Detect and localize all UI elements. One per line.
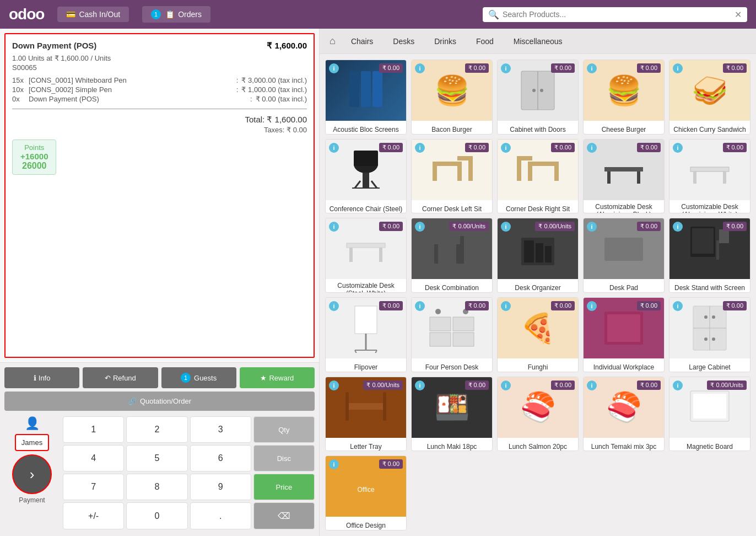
product-four-person-desk[interactable]: i ₹ 0.00 Four Person Desk [411,297,493,372]
product-name: Flipover [326,358,406,372]
product-funghi[interactable]: 🍕 i ₹ 0.00 Funghi [497,297,579,372]
category-desks-button[interactable]: Desks [384,34,423,49]
category-food-button[interactable]: Food [467,34,503,49]
num-5-button[interactable]: 5 [126,445,187,471]
svg-rect-15 [433,162,437,181]
home-button[interactable]: ⌂ [325,33,340,49]
svg-point-5 [532,89,536,92]
cash-in-out-button[interactable]: 💳 Cash In/Out [57,7,129,22]
svg-rect-58 [607,314,640,342]
disc-button[interactable]: Disc [253,445,315,471]
backspace-button[interactable]: ⌫ [253,502,315,529]
product-magnetic-board[interactable]: i ₹ 0.00/Units Magnetic Board [669,377,750,452]
price-badge: ₹ 0.00/Units [449,222,489,231]
product-bacon-burger[interactable]: 🍔 i ₹ 0.00 Bacon Burger [411,60,493,135]
info-badge[interactable]: i [501,143,511,153]
product-office-design[interactable]: Office i ₹ 0.00 Office Design [325,455,407,530]
product-corner-desk-right-sit[interactable]: i ₹ 0.00 Corner Desk Right Sit [497,139,579,214]
order-item-row: 0x Down Payment (POS) : ₹ 0.00 (tax incl… [12,95,307,103]
product-lunch-salmon-20pc[interactable]: 🍣 i ₹ 0.00 Lunch Salmon 20pc [497,377,579,452]
search-input[interactable] [503,10,735,19]
product-cabinet-with-doors[interactable]: i ₹ 0.00 Cabinet with Doors [497,60,579,135]
svg-rect-52 [453,317,474,331]
info-badge[interactable]: i [501,380,511,390]
info-badge[interactable]: i [673,380,683,390]
info-badge[interactable]: i [587,380,597,390]
item-qty-2: 10x [12,85,29,94]
product-large-cabinet[interactable]: i ₹ 0.00 Large Cabinet [669,297,750,372]
price-badge: ₹ 0.00 [465,380,489,390]
product-customizable-desk-black[interactable]: i ₹ 0.00 Customizable Desk (Aluminium, B… [583,139,665,214]
info-badge[interactable]: i [501,301,511,311]
num-9-button[interactable]: 9 [190,474,251,500]
info-badge[interactable]: i [329,63,339,73]
product-conference-chair-steel[interactable]: i ₹ 0.00 Conference Chair (Steel) [325,139,407,214]
svg-rect-44 [716,240,719,260]
info-badge[interactable]: i [415,380,425,390]
category-drinks-button[interactable]: Drinks [425,34,465,49]
num-6-button[interactable]: 6 [190,445,251,471]
num-4-button[interactable]: 4 [63,445,124,471]
orders-button[interactable]: 1 📋 Orders [142,6,210,23]
product-name: Funghi [498,358,578,372]
num-1-button[interactable]: 1 [63,416,124,443]
info-badge[interactable]: i [673,143,683,153]
product-desk-organizer[interactable]: i ₹ 0.00/Units Desk Organizer [497,218,579,293]
info-badge[interactable]: i [673,301,683,311]
search-clear-button[interactable]: ✕ [735,9,742,20]
category-chairs-button[interactable]: Chairs [342,34,382,49]
svg-rect-39 [536,243,543,262]
info-badge[interactable]: i [415,301,425,311]
price-badge: ₹ 0.00 [379,143,403,152]
product-corner-desk-left-sit[interactable]: i ₹ 0.00 Corner Desk Left Sit [411,139,493,214]
product-name: Large Cabinet [669,358,750,372]
qty-button[interactable]: Qty [253,416,315,443]
info-badge[interactable]: i [587,143,597,153]
product-individual-workplace[interactable]: i ₹ 0.00 Individual Workplace [583,297,665,372]
reward-button[interactable]: ★ Reward [240,367,315,388]
info-badge[interactable]: i [587,63,597,73]
customer-name-button[interactable]: James [15,434,49,451]
info-badge[interactable]: i [329,301,339,311]
info-badge[interactable]: i [501,63,511,73]
product-customizable-desk-steel-white[interactable]: i ₹ 0.00 Customizable Desk (Steel, White… [325,218,407,293]
product-name: Acoustic Bloc Screens [326,121,406,135]
info-badge[interactable]: i [329,380,339,390]
product-cheese-burger[interactable]: 🍔 i ₹ 0.00 Cheese Burger [583,60,665,135]
product-name: Cabinet with Doors [498,121,578,135]
product-desk-combination[interactable]: i ₹ 0.00/Units Desk Combination [411,218,493,293]
points-total: 26000 [20,161,48,171]
svg-rect-18 [532,162,557,166]
product-lunch-maki-18pc[interactable]: 🍱 i ₹ 0.00 Lunch Maki 18pc [411,377,493,452]
num-0-button[interactable]: 0 [126,502,187,529]
price-button[interactable]: Price [253,474,315,500]
info-badge[interactable]: i [329,143,339,153]
num-2-button[interactable]: 2 [126,416,187,443]
price-badge: ₹ 0.00 [551,143,575,152]
info-badge[interactable]: i [587,301,597,311]
payment-button[interactable]: › [12,454,52,494]
plus-minus-button[interactable]: +/- [63,502,124,529]
num-7-button[interactable]: 7 [63,474,124,500]
product-lunch-temaki-mix-3pc[interactable]: 🍣 i ₹ 0.00 Lunch Temaki mix 3pc [583,377,665,452]
product-desk-pad[interactable]: i ₹ 0.00 Desk Pad [583,218,665,293]
product-chicken-curry-sandwich[interactable]: 🥪 i ₹ 0.00 Chicken Curry Sandwich [669,60,750,135]
info-badge[interactable]: i [673,63,683,73]
product-acoustic-bloc-screens[interactable]: i ₹ 0.00 Acoustic Bloc Screens [325,60,407,135]
guests-button[interactable]: 1 Guests [161,367,236,388]
product-desk-stand-with-screen[interactable]: i ₹ 0.00 Desk Stand with Screen [669,218,750,293]
category-miscellaneous-button[interactable]: Miscellaneous [505,34,571,49]
info-button[interactable]: ℹ Info [4,367,79,388]
product-flipover[interactable]: i ₹ 0.00 Flipover [325,297,407,372]
info-badge[interactable]: i [415,143,425,153]
refund-button[interactable]: ↶ Refund [83,367,158,388]
price-badge: ₹ 0.00 [551,380,575,390]
num-8-button[interactable]: 8 [126,474,187,500]
decimal-button[interactable]: . [190,502,251,529]
product-letter-tray[interactable]: i ₹ 0.00/Units Letter Tray [325,377,407,452]
quotation-button[interactable]: 🔗 Quotation/Order [4,392,315,411]
num-3-button[interactable]: 3 [190,416,251,443]
price-badge: ₹ 0.00 [551,63,575,73]
product-customizable-desk-white[interactable]: i ₹ 0.00 Customizable Desk (Aluminium, W… [669,139,750,214]
info-badge[interactable]: i [415,63,425,73]
